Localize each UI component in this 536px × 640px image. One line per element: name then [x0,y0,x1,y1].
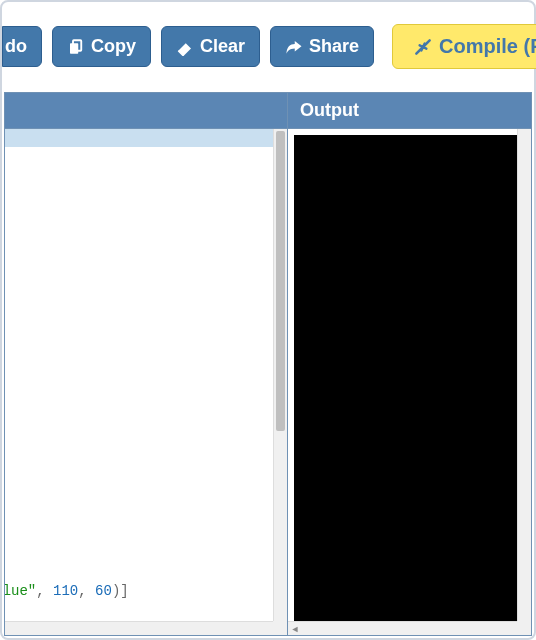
compile-button-label: Compile (F5) [439,35,536,58]
editor-pane: "blue", 110, 60)] [4,92,287,636]
copy-icon [67,38,85,56]
share-button-label: Share [309,36,359,57]
clear-button-label: Clear [200,36,245,57]
compile-button[interactable]: Compile (F5) [392,24,536,69]
share-button[interactable]: Share [270,26,374,67]
editor-body[interactable]: "blue", 110, 60)] [5,129,287,635]
scrollbar-corner [517,621,531,635]
svg-rect-1 [70,43,78,54]
compile-icon [413,37,433,57]
output-scrollbar-vertical[interactable] [517,129,531,621]
editor-active-line [5,129,273,147]
copy-button-label: Copy [91,36,136,57]
output-body: ◄ [288,129,531,635]
app-frame: do Copy Clear Share Compile (F5) [0,0,536,640]
scroll-left-arrow[interactable]: ◄ [290,624,300,634]
output-pane: Output ◄ [287,92,532,636]
toolbar: do Copy Clear Share Compile (F5) [2,12,534,81]
eraser-icon [176,38,194,56]
code-number-token: 110 [53,583,78,599]
copy-button[interactable]: Copy [52,26,151,67]
scrollbar-corner [273,621,287,635]
clear-button[interactable]: Clear [161,26,260,67]
editor-code-fragment[interactable]: "blue", 110, 60)] [5,567,129,615]
output-canvas [294,135,517,621]
redo-button[interactable]: do [2,26,42,67]
code-string-token: "blue" [5,583,36,599]
output-scrollbar-horizontal[interactable]: ◄ [288,621,517,635]
code-number-token: 60 [95,583,112,599]
panes: "blue", 110, 60)] Output ◄ [4,92,532,636]
editor-scrollbar-horizontal[interactable] [5,621,273,635]
editor-scrollbar-vertical[interactable] [273,129,287,621]
share-icon [285,38,303,56]
redo-button-label: do [5,36,27,57]
editor-pane-header [5,93,287,129]
svg-rect-2 [294,135,517,621]
output-pane-header: Output [288,93,531,129]
